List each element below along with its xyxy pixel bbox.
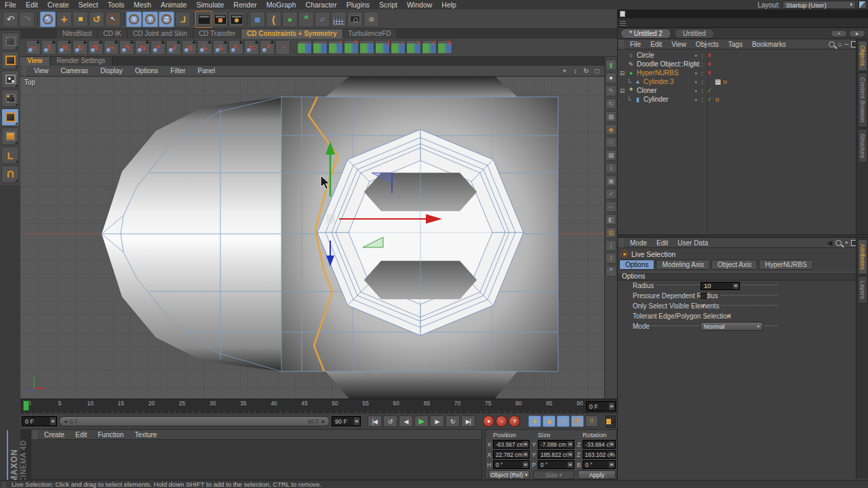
play-backwards-button[interactable]: ↺ — [383, 415, 397, 427]
coordinate-field[interactable]: -63.567 cm — [493, 440, 530, 449]
cd-constraint-tool[interactable]: ⇇ — [244, 40, 259, 55]
viewport-zoom-icon[interactable]: ↕ — [571, 66, 580, 75]
menu-tools[interactable]: Tools — [103, 1, 130, 9]
radius-field[interactable]: 10 — [701, 282, 740, 290]
section-header[interactable]: Options — [618, 272, 868, 281]
cd-constraint-tool[interactable]: ↻ — [73, 40, 87, 55]
cd-constraint-tool[interactable]: ↤ — [26, 40, 41, 55]
model-mode-button[interactable] — [1, 52, 19, 69]
docked-titlebar[interactable] — [618, 9, 868, 18]
vp-menu-filter[interactable]: Filter — [164, 67, 191, 75]
preview-range-slider[interactable]: ◀ 0 F 90 F ▶ — [59, 416, 330, 426]
side-tab-layers[interactable]: Layers — [858, 276, 867, 304]
search-icon[interactable] — [829, 41, 835, 47]
viewport-pan-icon[interactable]: + — [560, 66, 569, 75]
lock-z-button[interactable]: Z — [159, 12, 174, 27]
menu-mesh[interactable]: Mesh — [129, 1, 156, 9]
object-row-cylinder[interactable]: └ ▮ Cylinder ● : ✓ ⠶ — [618, 95, 868, 104]
expand-icon[interactable]: ⊟ — [618, 70, 627, 77]
strip-film-icon[interactable]: ▤ — [606, 227, 616, 238]
spinner-icon[interactable] — [609, 441, 614, 447]
toolbar2-gap[interactable] — [291, 40, 296, 55]
autokeying-button[interactable]: ○ — [496, 415, 507, 427]
coordinate-field[interactable]: 163.102 cm — [583, 450, 616, 459]
object-row-hypernurbs[interactable]: ⊟ ● HyperNURBS ● : × — [618, 68, 868, 77]
tab-nitroblast[interactable]: NitroBlast — [57, 29, 98, 39]
om-menu-bookmarks[interactable]: Bookmarks — [747, 41, 791, 48]
record-keyframe-button[interactable]: ● — [483, 415, 494, 427]
viewport-maximize-icon[interactable]: □ — [593, 66, 601, 75]
timeline-end-field[interactable]: 0 F — [586, 401, 616, 411]
menu-mograph[interactable]: MoGraph — [262, 1, 301, 9]
spinner-icon[interactable] — [354, 418, 359, 425]
enable-toggle-icon[interactable]: × — [705, 69, 713, 77]
toolbar-separator[interactable] — [191, 12, 195, 27]
vp-menu-cameras[interactable]: Cameras — [55, 67, 95, 75]
docked-handle[interactable] — [618, 18, 868, 28]
texture-mode-button[interactable] — [1, 70, 19, 88]
cd-constraint-tool[interactable]: ↥ — [41, 40, 56, 55]
cd-symmetry-tool[interactable]: ← — [297, 40, 312, 55]
home-icon[interactable]: ⌂ — [837, 41, 842, 47]
timeline-ruler[interactable]: 051015202530354045505560657075808590 0 F — [20, 399, 617, 413]
cd-constraint-tool[interactable]: ⇅ — [88, 40, 103, 55]
object-row-circle[interactable]: ○ Circle ● : × — [618, 51, 868, 60]
cd-symmetry-tool[interactable] — [359, 40, 374, 55]
viewport-canvas[interactable]: Top — [20, 77, 604, 399]
cd-constraint-tool[interactable]: ↲ — [166, 40, 181, 55]
cd-symmetry-tool[interactable]: ↷ — [344, 40, 359, 55]
panel-grip[interactable] — [33, 430, 37, 439]
scale-tool[interactable]: ■ — [73, 12, 88, 27]
window-corner-icon[interactable] — [859, 1, 867, 9]
tab-view[interactable]: View — [20, 57, 50, 66]
visibility-dots-icon[interactable]: : — [701, 70, 703, 77]
toolbar-separator[interactable] — [245, 12, 249, 27]
strip-magnet-icon[interactable]: ⌐ — [606, 201, 616, 212]
new-doc-tab-button[interactable]: + — [831, 30, 847, 37]
make-editable-button[interactable] — [1, 33, 19, 50]
last-used-tool[interactable]: ↖ — [105, 12, 121, 27]
menu-simulate[interactable]: Simulate — [191, 1, 229, 9]
snap-button[interactable]: U — [1, 165, 19, 183]
strip-sketch-icon[interactable]: ✎ — [606, 85, 616, 96]
panel-grip[interactable] — [619, 39, 624, 49]
range-right-arrow-icon[interactable]: ▶ — [322, 419, 326, 424]
scroll-doc-tabs-button[interactable]: ▸ — [849, 30, 865, 37]
spinner-icon[interactable] — [568, 441, 573, 447]
cd-symmetry-tool[interactable]: ↔ — [391, 40, 406, 55]
lock-y-button[interactable]: Y — [142, 12, 158, 27]
tab-cd-joint-skin[interactable]: CD Joint and Skin — [127, 29, 193, 39]
attr-tab-options[interactable]: Options — [619, 260, 654, 270]
cd-constraint-tool[interactable]: ↦ — [104, 40, 119, 55]
menu-select[interactable]: Select — [74, 1, 103, 9]
mat-menu-edit[interactable]: Edit — [70, 431, 92, 439]
am-menu-userdata[interactable]: User Data — [673, 239, 713, 247]
side-tab-structure[interactable]: Structure — [858, 129, 867, 163]
mode-dropdown[interactable]: Normal▾ — [701, 322, 763, 331]
strip-arrow-icon[interactable]: ◆ — [606, 124, 616, 135]
strip-check-icon[interactable]: ✓ — [606, 188, 616, 199]
cd-symmetry-tool[interactable]: | — [375, 40, 390, 55]
spinner-icon[interactable] — [609, 451, 614, 458]
cd-constraint-tool[interactable]: ⇄ — [57, 40, 72, 55]
spinner-icon[interactable] — [568, 451, 573, 458]
move-tool[interactable]: + — [56, 12, 72, 27]
expand-icon[interactable]: └ — [625, 96, 633, 103]
polygon-mode-button[interactable] — [1, 127, 19, 145]
strip-dots-icon[interactable]: ∷ — [606, 137, 616, 148]
strip-cube-icon[interactable]: ▦ — [606, 111, 616, 122]
coordinate-system-button[interactable]: L — [175, 12, 191, 27]
side-tab-attributes[interactable]: Attributes — [858, 239, 867, 274]
coordinate-field[interactable]: 22.782 cm — [493, 450, 530, 459]
spinner-icon[interactable] — [523, 451, 528, 458]
lock-icon[interactable]: ▪ — [845, 239, 848, 246]
menu-create[interactable]: Create — [43, 1, 74, 9]
coordinate-field[interactable]: 0 ° — [493, 460, 530, 469]
spinner-icon[interactable] — [523, 462, 528, 468]
coordinate-field[interactable]: -33.694 cm — [583, 440, 616, 449]
tag-icons[interactable]: ▦⠶ — [715, 78, 728, 85]
vp-menu-view[interactable]: View — [28, 67, 55, 75]
object-mode-dropdown[interactable]: Object (Rel)▾ — [488, 470, 530, 479]
current-frame-marker[interactable] — [23, 401, 29, 411]
cd-constraint-tool[interactable]: ↰ — [119, 40, 134, 55]
